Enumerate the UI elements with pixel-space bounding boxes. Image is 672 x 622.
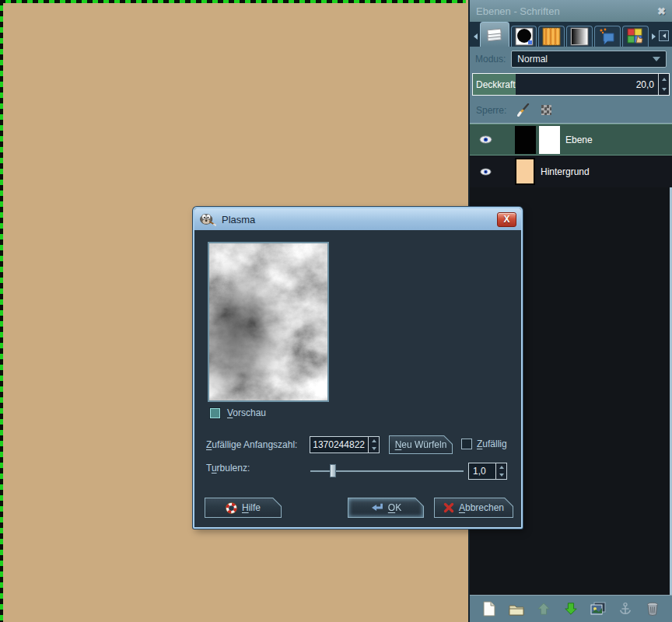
visibility-toggle[interactable] [470,135,501,144]
new-layer-button[interactable] [480,599,499,618]
preview-checkbox[interactable] [210,408,220,418]
speech-bubble-icon [598,27,617,46]
gimp-wilber-icon [199,212,216,227]
layer-mode-row: Modus: Normal [470,47,672,71]
turbulence-value-input[interactable]: 1,0 [468,463,507,480]
plasma-preview [208,242,329,402]
triangle-left-icon [663,33,666,38]
seed-value: 1370244822 [310,439,368,450]
spin-down-button[interactable] [369,445,379,453]
tab-gradients[interactable] [566,26,593,47]
turbulence-value: 1,0 [469,463,495,479]
close-x-icon: X [503,214,509,225]
turbulence-row: Turbulenz: 1,0 [206,463,515,480]
lifebuoy-icon [226,502,237,514]
dock-titlebar[interactable]: Ebenen - Schriften ✖ [470,0,672,22]
new-layer-icon [482,601,496,617]
delete-layer-icon [646,602,659,616]
palette-hand-icon [626,27,645,46]
layer-name[interactable]: Ebene [565,135,593,145]
selection-border-top [0,0,466,3]
tab-scroll-left-button[interactable] [471,26,479,47]
return-arrow-icon [370,502,383,513]
duplicate-layer-button[interactable] [589,599,607,618]
ok-button[interactable]: OK [348,498,424,518]
dialog-title: Plasma [222,214,255,225]
anchor-layer-icon [618,602,632,616]
eye-icon [480,168,492,176]
tab-script-fu[interactable] [594,26,621,47]
spin-down-button[interactable] [659,85,669,96]
layer-name[interactable]: Hintergrund [541,166,590,177]
chevron-down-icon [653,57,660,61]
triangle-up-icon [372,439,376,442]
opacity-row: Deckkraft 20,0 [470,71,672,97]
layers-stack-icon [485,26,505,44]
tab-layers[interactable] [480,22,509,47]
turbulence-label: Turbulenz: [206,463,250,473]
red-x-icon [443,502,454,513]
spin-up-button[interactable] [659,74,669,85]
cancel-button[interactable]: Abbrechen [434,498,513,518]
lower-layer-icon [564,602,578,616]
help-button[interactable]: Hilfe [205,498,282,518]
lower-layer-button[interactable] [562,599,580,618]
new-seed-button[interactable]: Neu Würfeln [389,435,453,454]
dock-title: Ebenen - Schriften [476,5,560,17]
tab-scroll-right-button[interactable] [649,26,657,47]
turbulence-spinners [495,463,506,479]
randomize-checkbox[interactable] [461,439,472,449]
dock-close-icon[interactable]: ✖ [657,5,666,17]
delete-layer-button[interactable] [643,599,662,618]
plasma-dialog: Plasma X [193,207,523,529]
slider-thumb[interactable] [330,464,336,477]
preview-toggle-row: Vorschau [210,407,266,418]
opacity-spinners [658,74,669,95]
anchor-layer-button[interactable] [616,599,635,618]
alpha-checker-lock-icon[interactable] [541,105,551,115]
paintbrush-lock-icon[interactable] [517,103,530,117]
spin-up-button[interactable] [496,463,506,471]
triangle-down-icon [662,88,667,91]
visibility-toggle[interactable] [470,168,501,176]
lock-row: Sperre: [470,97,672,123]
gradient-icon [570,27,589,46]
layer-thumbnail[interactable] [515,158,535,185]
layer-mode-select[interactable]: Normal [511,51,667,68]
channel-thumbnail-icon [515,27,534,46]
randomize-label: Zufällig [477,439,507,449]
dock-menu-button[interactable] [659,30,669,41]
layers-toolbar [470,595,672,622]
tab-channels[interactable] [511,26,537,47]
raise-layer-icon [537,602,551,616]
layer-group-icon [509,603,524,616]
opacity-value: 20,0 [636,79,658,90]
seed-label: Zufällige Anfangszahl: [206,439,297,450]
dialog-buttons: Hilfe OK Abbrechen [194,498,521,518]
seed-spinners [368,437,379,453]
layer-row-hintergrund[interactable]: Hintergrund [470,156,672,187]
layer-row-ebene[interactable]: Ebene [470,124,672,156]
tab-palette[interactable] [622,26,649,47]
layer-thumbnail[interactable] [515,126,536,154]
dialog-titlebar[interactable]: Plasma X [194,208,521,230]
triangle-down-icon [372,447,376,450]
layer-mask-thumbnail[interactable] [539,126,560,154]
wood-pattern-icon [542,27,561,46]
layer-mode-value: Normal [517,54,548,65]
duplicate-layer-icon [590,602,606,616]
triangle-up-icon [499,466,504,469]
dialog-close-button[interactable]: X [497,212,516,227]
dock-tab-row [470,22,672,47]
new-layer-group-button[interactable] [507,599,526,618]
spin-up-button[interactable] [369,437,379,445]
seed-input[interactable]: 1370244822 [310,436,380,453]
plasma-shading [209,243,327,400]
seed-row: Zufällige Anfangszahl: 1370244822 Neu Wü… [206,436,515,453]
preview-checkbox-label: Vorschau [227,407,266,418]
turbulence-slider[interactable] [310,463,464,480]
spin-down-button[interactable] [496,471,506,479]
raise-layer-button[interactable] [534,599,553,618]
tab-patterns[interactable] [538,26,565,47]
opacity-slider[interactable]: Deckkraft 20,0 [472,73,670,96]
